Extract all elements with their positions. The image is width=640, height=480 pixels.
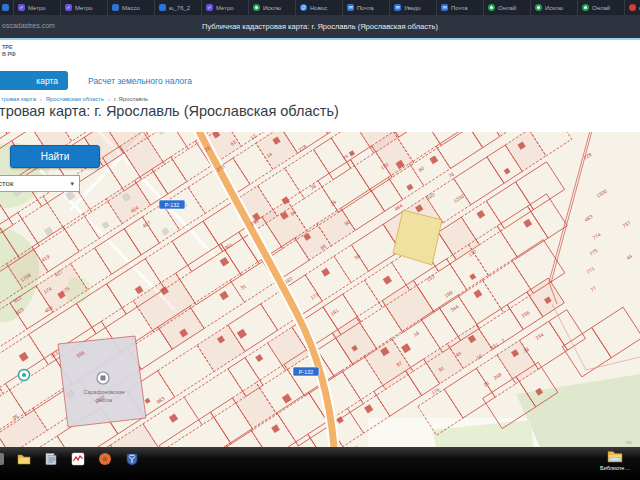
tab-label: Исклю (545, 5, 563, 11)
tab-label: Новос (310, 5, 327, 11)
chevron-down-icon: ▾ (70, 180, 74, 188)
blue-square-favicon (112, 4, 119, 11)
browser-tab[interactable]: Онлай (484, 0, 531, 15)
browser-tab[interactable]: Онлай (578, 0, 625, 15)
chart-icon[interactable] (71, 452, 85, 466)
shortcut-label: Библиоте… (592, 465, 638, 471)
browser-tab[interactable] (0, 0, 14, 15)
tab-label: ю_76_2 (169, 5, 190, 11)
browser-tab[interactable]: @Новос (296, 0, 343, 15)
documents-icon[interactable] (44, 452, 58, 466)
breadcrumb-item: г. Ярославль (114, 96, 148, 102)
breadcrumb: тровая карта›Ярославская область›г. Ярос… (1, 96, 148, 102)
partial-app-icon[interactable] (0, 453, 4, 465)
browser-tab-bar: ✓Метро✓МетроМассою_76_2✓МетроИсклю@Новос… (0, 0, 640, 15)
tab-label: Уведо (404, 5, 421, 11)
site-logo-line2: В РФ (2, 51, 16, 58)
left-poi-marker[interactable] (19, 370, 30, 381)
window-title: Публичная кадастровая карта: г. Ярославл… (202, 22, 438, 31)
browser-tab[interactable]: ✓Метро (202, 0, 249, 15)
browser-tab[interactable]: ✓Метро (61, 0, 108, 15)
site-logo-line1: ТРЕ (2, 44, 16, 51)
school-icon (101, 376, 106, 381)
folder-icon[interactable] (17, 452, 31, 466)
partial-favicon (2, 4, 9, 11)
check-favicon: ✓ (18, 4, 25, 11)
find-button[interactable]: Найти (10, 145, 100, 168)
browser-tab[interactable]: кадас (625, 0, 640, 15)
libraries-desktop-shortcut[interactable]: Библиоте… (592, 449, 638, 471)
browser-tab[interactable]: ✉Почта (437, 0, 484, 15)
tab-label: Почта (357, 5, 374, 11)
map-canvas: 1263232781474728130270607628130010012002… (0, 132, 640, 447)
browser-tab[interactable]: ✓Метро (14, 0, 61, 15)
red-circle-favicon (629, 4, 636, 11)
object-type-select[interactable]: сток ▾ (0, 175, 80, 192)
green-circle-favicon (253, 4, 260, 11)
badge-icon[interactable] (98, 452, 112, 466)
svg-text:Р-132: Р-132 (299, 369, 314, 375)
at-favicon: @ (300, 4, 307, 11)
address-url: oscadastres.com (2, 22, 55, 29)
cadastral-map-nav-button[interactable]: карта (0, 71, 68, 90)
browser-tab[interactable]: ✉Почта (343, 0, 390, 15)
school-poi-marker[interactable] (97, 372, 109, 384)
school-label-line: Сарафоновская (83, 389, 124, 395)
cadastral-map[interactable]: 1263232781474728130270607628130010012002… (0, 132, 640, 447)
breadcrumb-item[interactable]: тровая карта (1, 96, 36, 102)
green-circle-favicon (535, 4, 542, 11)
check-favicon: ✓ (65, 4, 72, 11)
object-type-select-value: сток (0, 179, 14, 188)
tab-label: Почта (451, 5, 468, 11)
breadcrumb-separator: › (108, 96, 110, 102)
libraries-folder-icon (606, 449, 624, 463)
map-attribution: ru (626, 439, 631, 445)
breadcrumb-separator: › (40, 96, 42, 102)
browser-tab[interactable]: Исклю (249, 0, 296, 15)
tab-label: Метро (75, 5, 93, 11)
mail-favicon: ✉ (347, 4, 354, 11)
mail-favicon: ✉ (394, 4, 401, 11)
tab-label: Метро (216, 5, 234, 11)
browser-tab[interactable]: Массо (108, 0, 155, 15)
blue-square-favicon (159, 4, 166, 11)
breadcrumb-item[interactable]: Ярославская область (46, 96, 104, 102)
tab-label: Онлай (592, 5, 610, 11)
green-circle-favicon (488, 4, 495, 11)
school-label-line: школа (96, 397, 113, 403)
browser-tab[interactable]: ✉Уведо (390, 0, 437, 15)
check-favicon: ✓ (206, 4, 213, 11)
tab-label: Метро (28, 5, 46, 11)
green-circle-favicon (582, 4, 589, 11)
land-tax-link[interactable]: Расчет земельного налога (88, 76, 192, 86)
poi-dot-icon (22, 373, 26, 377)
browser-tab[interactable]: Исклю (531, 0, 578, 15)
browser-title-bar: oscadastres.com Публичная кадастровая ка… (0, 15, 640, 40)
crest-icon[interactable] (125, 452, 139, 466)
screen: ✓Метро✓МетроМассою_76_2✓МетроИсклю@Новос… (0, 0, 640, 480)
highway-badge: Р-132 (293, 367, 319, 376)
highway-badge: Р-132 (159, 200, 185, 209)
taskbar: Библиоте… (0, 447, 640, 480)
mail-favicon: ✉ (441, 4, 448, 11)
page-title: тровая карта: г. Ярославль (Ярославская … (0, 103, 339, 119)
browser-tab[interactable]: ю_76_2 (155, 0, 202, 15)
site-logo: ТРЕ В РФ (2, 44, 16, 58)
taskbar-icons (0, 452, 139, 466)
tab-label: Массо (122, 5, 140, 11)
tab-label: Исклю (263, 5, 281, 11)
svg-text:Р-132: Р-132 (165, 202, 180, 208)
tab-label: Онлай (498, 5, 516, 11)
